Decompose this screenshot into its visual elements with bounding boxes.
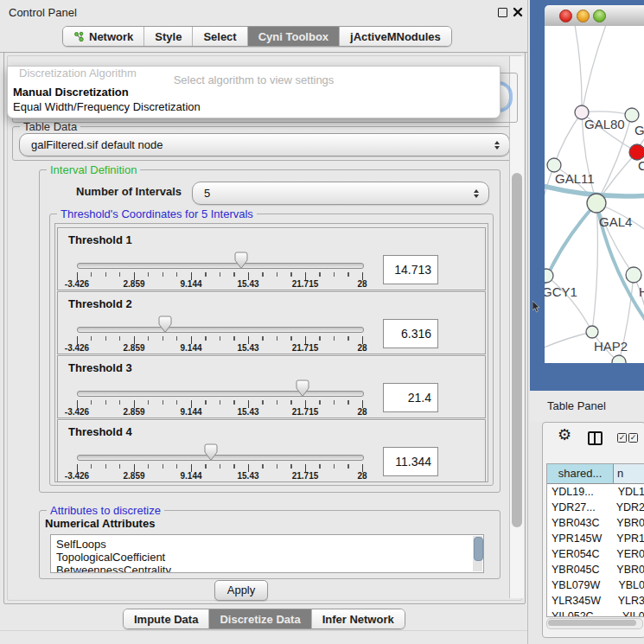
attr-items-holder: SelfLoopsTopologicalCoefficientBetweenne… (51, 535, 483, 573)
slider-thumb[interactable] (204, 443, 218, 462)
network-node-label: C (638, 158, 644, 173)
tab-network[interactable]: Network (63, 27, 144, 46)
threshold-value-field[interactable]: 6.316 (383, 319, 438, 348)
tab-cyni-toolbox[interactable]: Cyni Toolbox (248, 27, 340, 46)
tick-label: 28 (357, 407, 367, 417)
table-header-name[interactable]: n (614, 464, 644, 483)
table-panel-strip: Table Panel (530, 391, 644, 422)
top-tab-bar: NetworkStyleSelectCyni ToolboxjActiveMNo… (62, 26, 452, 47)
table-cell-shared: YBR045C (547, 562, 612, 577)
tick-label: 2.859 (123, 343, 144, 353)
network-node-label: GAL4 (599, 214, 632, 229)
network-node-label: GA (634, 123, 644, 137)
network-node-hap2[interactable] (586, 326, 598, 338)
table-row[interactable]: YBR045CYBR0 (547, 562, 644, 577)
tab-infer-network[interactable]: Infer Network (312, 609, 405, 628)
network-node-label: H (639, 284, 644, 299)
apply-button[interactable]: Apply (214, 580, 268, 601)
panel-scrollbar[interactable] (509, 56, 524, 598)
network-canvas[interactable]: GAL80GACGAL11GAL4GCY1HHAP2 (545, 26, 644, 363)
screen: Control Panel NetworkStyleSelectCyni Too… (0, 0, 644, 644)
dropdown-item-equal-width-frequency[interactable]: Equal Width/Frequency Discretization (13, 100, 201, 113)
network-node-gal11[interactable] (547, 158, 561, 172)
tab-label: jActiveMNodules (350, 30, 441, 43)
table-row[interactable]: YPR145WYPR1 (547, 531, 644, 546)
tab-select[interactable]: Select (193, 27, 247, 46)
table-header-shared[interactable]: shared... (547, 464, 614, 483)
table-cell-name: YDL1 (614, 484, 644, 500)
network-node-gal4[interactable] (587, 194, 606, 213)
tab-style[interactable]: Style (144, 27, 193, 46)
gear-icon[interactable]: ⚙ (558, 425, 571, 443)
list-item-topologicalcoefficient[interactable]: TopologicalCoefficient (51, 551, 483, 564)
number-of-intervals-combo[interactable]: 5 (192, 182, 489, 205)
threshold-list: Threshold 1-3.4262.8599.14415.4321.71528… (54, 223, 488, 482)
tick-label: 15.43 (237, 407, 258, 417)
slider-track[interactable] (77, 263, 364, 269)
table-hscrollbar[interactable] (546, 618, 643, 629)
network-edge[interactable] (573, 26, 582, 112)
slider-thumb[interactable] (234, 252, 248, 270)
tick-label: 21.715 (292, 279, 319, 289)
table-cell-shared: YLR345W (547, 593, 614, 609)
network-edge[interactable] (554, 112, 582, 165)
slider-thumb[interactable] (296, 379, 309, 398)
table-cell-name: YIL0 (618, 609, 644, 617)
table-row[interactable]: YLR345WYLR3 (547, 593, 644, 609)
slider-track[interactable] (77, 327, 364, 333)
mac-close-button[interactable] (559, 10, 572, 22)
table-row[interactable]: YDR27...YDR2 (547, 500, 644, 515)
tick-label: -3.426 (65, 407, 89, 417)
table-row[interactable]: YIL052CYIL0 (547, 609, 644, 617)
tick-label: -3.426 (65, 279, 89, 289)
tab-discretize-data[interactable]: Discretize Data (209, 609, 311, 628)
list-item-betweennesscentrality[interactable]: BetweennessCentrality (51, 564, 483, 573)
table-hscrollbar-thumb[interactable] (548, 620, 636, 626)
panel-scrollbar-thumb[interactable] (512, 173, 522, 527)
threshold-label: Threshold 2 (68, 297, 132, 310)
network-edge[interactable] (582, 26, 609, 112)
network-window-titlebar[interactable] (545, 5, 644, 27)
group-title-attributes: Attributes to discretize (47, 504, 164, 517)
table-row[interactable]: YDL19...YDL1 (547, 484, 644, 500)
table-row[interactable]: YBL079WYBL0 (547, 577, 644, 593)
threshold-panel: Threshold 2-3.4262.8599.14415.4321.71528… (57, 291, 486, 354)
slider-track[interactable] (77, 455, 364, 461)
network-node-gcy1[interactable] (545, 269, 553, 283)
tick-label: 9.144 (180, 471, 201, 481)
attributes-scrollbar[interactable] (473, 536, 482, 571)
network-edge[interactable] (582, 112, 632, 115)
table-row[interactable]: YER054CYER0 (547, 546, 644, 562)
attributes-scrollbar-thumb[interactable] (474, 537, 483, 561)
checkbox-icon[interactable]: ✓ (617, 433, 627, 443)
tab-jactivemnodules[interactable]: jActiveMNodules (340, 27, 451, 46)
network-edge[interactable] (592, 203, 597, 332)
table-cell-shared: YIL052C (547, 609, 618, 617)
close-icon[interactable] (513, 7, 523, 17)
threshold-value-field[interactable]: 14.713 (383, 255, 438, 284)
float-window-icon[interactable] (498, 8, 507, 17)
threshold-value-field[interactable]: 21.4 (383, 383, 438, 412)
network-edge[interactable] (545, 165, 554, 252)
table-cell-name: YLR3 (614, 593, 644, 609)
table-data-combo-value: galFiltered.sif default node (20, 138, 509, 151)
mac-minimize-button[interactable] (577, 10, 590, 22)
slider-track[interactable] (77, 391, 364, 397)
checkbox-icon[interactable]: ✓ (628, 433, 638, 443)
network-edge[interactable] (545, 332, 592, 353)
table-row[interactable]: YBR043CYBR0 (547, 515, 644, 531)
network-node-label: GAL80 (584, 117, 625, 131)
network-node[interactable] (612, 355, 626, 363)
network-node-h[interactable] (626, 267, 641, 283)
split-columns-icon[interactable] (588, 431, 603, 445)
table-cell-shared: YPR145W (547, 531, 612, 546)
slider-thumb[interactable] (158, 316, 172, 334)
mac-zoom-button[interactable] (593, 10, 606, 22)
table-data-combo[interactable]: galFiltered.sif default node (19, 133, 510, 156)
dropdown-item-manual-discretization[interactable]: Manual Discretization (13, 86, 129, 99)
threshold-value-field[interactable]: 11.344 (383, 447, 438, 476)
threshold-panel: Threshold 3-3.4262.8599.14415.4321.71528… (57, 355, 486, 418)
list-item-selfloops[interactable]: SelfLoops (51, 538, 483, 551)
tab-impute-data[interactable]: Impute Data (124, 609, 209, 628)
network-node-ga[interactable] (625, 108, 639, 122)
